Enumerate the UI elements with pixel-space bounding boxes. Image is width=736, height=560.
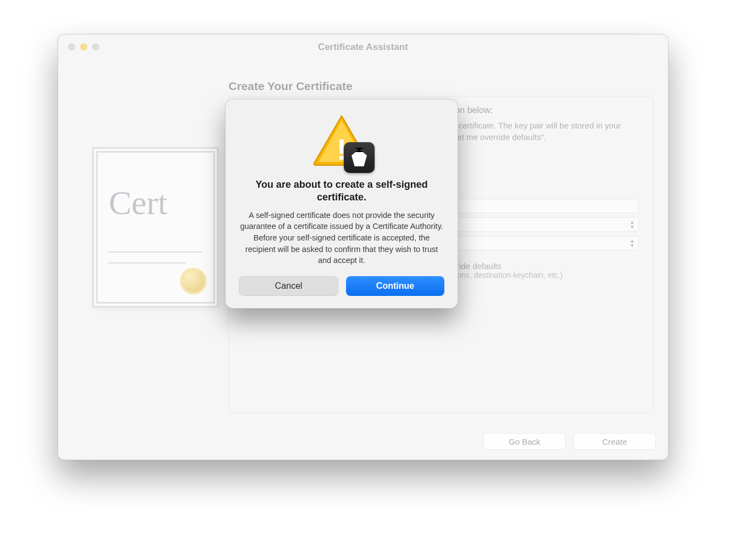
alert-buttons: Cancel Continue [239,276,444,296]
self-signed-warning-sheet: ! You are about to create a self-signed … [225,99,458,309]
minimize-window-button[interactable] [80,43,87,51]
alert-icon-group: ! [311,114,372,171]
page-heading: Create Your Certificate [228,80,353,93]
continue-button[interactable]: Continue [346,276,444,296]
chevron-updown-icon: ▴▾ [631,220,634,229]
zoom-window-button[interactable] [92,43,99,51]
window-title: Certificate Assistant [58,42,668,53]
wizard-buttons: Go Back Create [483,433,656,450]
traffic-lights [68,43,99,51]
create-button[interactable]: Create [573,433,656,450]
certificate-seal-icon [180,268,207,294]
chevron-updown-icon: ▴▾ [631,238,634,248]
titlebar: Certificate Assistant [58,35,668,60]
close-window-button[interactable] [68,43,75,51]
alert-body: A self-signed certificate does not provi… [239,210,444,266]
certificate-assistant-app-icon [344,142,375,173]
go-back-button[interactable]: Go Back [483,433,566,450]
decorative-line [109,251,202,253]
certificate-illustration-text: Cert [109,183,168,222]
certificate-illustration: Cert [92,147,219,307]
decorative-line [109,262,186,264]
cancel-button[interactable]: Cancel [239,276,338,296]
alert-headline: You are about to create a self-signed ce… [239,178,444,204]
